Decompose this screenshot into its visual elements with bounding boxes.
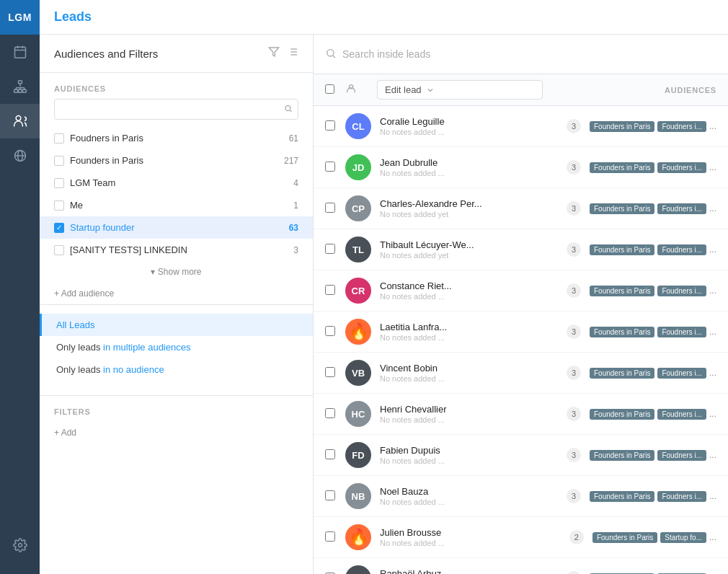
lead-checkbox[interactable] — [325, 326, 335, 336]
lead-checkbox-wrapper[interactable] — [325, 449, 337, 462]
lead-row[interactable]: CL Coralie Leguille No notes added ... 3… — [314, 106, 728, 147]
lead-row[interactable]: 🔥 Laetitia Lanfra... No notes added ... … — [314, 312, 728, 353]
search-icon — [325, 48, 337, 61]
nav-settings-icon[interactable] — [0, 528, 40, 562]
select-all-checkbox[interactable] — [325, 84, 337, 96]
edit-lead-button[interactable]: Edit lead — [377, 80, 543, 100]
app-header: Leads — [40, 0, 728, 35]
more-tags-button[interactable]: ... — [709, 121, 716, 131]
audience-item[interactable]: Me 1 — [40, 194, 313, 216]
lead-note: No notes added ... — [380, 292, 558, 301]
lead-audience-count: 3 — [567, 283, 581, 298]
lead-checkbox-wrapper[interactable] — [325, 367, 337, 379]
lead-row[interactable]: HC Henri Chevallier No notes added ... 3… — [314, 394, 728, 435]
app-logo[interactable]: LGM — [0, 0, 40, 35]
lead-checkbox-wrapper[interactable] — [325, 326, 337, 338]
avatar-initials: FD — [352, 450, 364, 461]
lead-row[interactable]: CR Constance Riet... No notes added ... … — [314, 270, 728, 312]
more-tags-button[interactable]: ... — [709, 532, 716, 542]
lead-checkbox[interactable] — [325, 449, 335, 459]
lead-checkbox-wrapper[interactable] — [325, 203, 337, 215]
lead-filter-item[interactable]: Only leads in no audience — [40, 358, 313, 381]
audience-item[interactable]: ✓ Startup founder 63 — [40, 216, 313, 239]
more-tags-button[interactable]: ... — [709, 491, 716, 501]
lead-checkbox[interactable] — [325, 162, 335, 172]
nav-calendar-icon[interactable] — [0, 35, 40, 69]
lead-filter-item[interactable]: All Leads — [40, 314, 313, 336]
lead-checkbox-wrapper[interactable] — [325, 531, 337, 544]
audience-tag: Foudners i... — [657, 121, 706, 132]
more-tags-button[interactable]: ... — [709, 244, 716, 255]
audiences-col-header: AUDIENCES — [551, 86, 717, 94]
highlight-text: in no audience — [103, 364, 164, 375]
lead-audience-count: 3 — [567, 489, 581, 503]
add-filter-link[interactable]: + Add — [54, 422, 298, 443]
avatar-emoji: 🔥 — [349, 528, 368, 547]
lead-audience-count: 3 — [567, 201, 581, 216]
more-tags-button[interactable]: ... — [709, 162, 716, 172]
nav-people-icon[interactable] — [0, 104, 40, 138]
lead-checkbox-wrapper[interactable] — [325, 490, 337, 503]
lead-checkbox[interactable] — [325, 490, 335, 500]
lead-checkbox-wrapper[interactable] — [325, 285, 337, 297]
lead-checkbox[interactable] — [325, 367, 335, 377]
audience-item[interactable]: Foudners in Paris 61 — [40, 127, 313, 149]
audience-search-input[interactable] — [54, 99, 298, 120]
leads-search-input[interactable] — [342, 48, 716, 60]
lead-checkbox-wrapper[interactable] — [325, 408, 337, 420]
lead-row[interactable]: VB Vincent Bobin No notes added ... 3 Fo… — [314, 353, 728, 394]
lead-checkbox-wrapper[interactable] — [325, 120, 337, 133]
content-area: Audiences and Filters AUDIENCES — [40, 35, 728, 574]
avatar-initials: CR — [352, 286, 365, 296]
lead-checkbox[interactable] — [325, 203, 335, 213]
audience-item[interactable]: [SANITY TESTS] LINKEDIN 3 — [40, 239, 313, 261]
lead-name: Laetitia Lanfra... — [380, 322, 558, 332]
more-tags-button[interactable]: ... — [709, 450, 716, 460]
audience-item-left: LGM Team — [54, 177, 115, 188]
lead-row[interactable]: 🔥 Julien Brousse No notes added ... 2 Fo… — [314, 517, 728, 558]
lead-row[interactable]: FD Fabien Dupuis No notes added ... 3 Fo… — [314, 435, 728, 476]
audience-tag: Founders in Paris — [592, 532, 657, 543]
lead-checkbox[interactable] — [325, 285, 335, 295]
more-tags-button[interactable]: ... — [709, 409, 716, 419]
more-tags-button[interactable]: ... — [709, 203, 716, 213]
nav-org-icon[interactable] — [0, 69, 40, 104]
more-tags-button[interactable]: ... — [709, 368, 716, 378]
lead-note: No notes added ... — [380, 498, 558, 506]
lead-avatar: TL — [345, 237, 371, 262]
show-more-button[interactable]: ▾ Show more — [40, 261, 313, 283]
lead-checkbox[interactable] — [325, 244, 335, 254]
audience-name: [SANITY TESTS] LINKEDIN — [70, 244, 187, 255]
more-tags-button[interactable]: ... — [709, 327, 716, 337]
lead-row[interactable]: JD Jean Dubrulle No notes added ... 3 Fo… — [314, 147, 728, 188]
add-audience-link[interactable]: + Add audience — [40, 283, 313, 304]
filters-section: FILTERS + Add — [40, 395, 313, 443]
audience-tag: Foudners i... — [657, 368, 706, 379]
lead-row[interactable]: TL Thibault Lécuyer-We... No notes added… — [314, 229, 728, 270]
lead-audience-count: 3 — [567, 160, 581, 175]
lead-note: No notes added ... — [380, 539, 561, 547]
audience-item-left: Me — [54, 200, 83, 211]
lead-checkbox-wrapper[interactable] — [325, 244, 337, 256]
lead-checkbox[interactable] — [325, 120, 335, 131]
filter-icon[interactable] — [268, 46, 280, 61]
columns-icon[interactable] — [287, 46, 298, 61]
lead-row[interactable]: NB Noel Bauza No notes added ... 3 Found… — [314, 476, 728, 517]
lead-checkbox-wrapper[interactable] — [325, 162, 337, 174]
lead-filter-item[interactable]: Only leads in multiple audiences — [40, 336, 313, 358]
lead-audience-count: 3 — [567, 366, 581, 380]
audience-tag: Founders in Paris — [590, 162, 654, 173]
nav-globe-icon[interactable] — [0, 138, 40, 173]
avatar-emoji: 🔥 — [349, 322, 368, 341]
lead-checkbox[interactable] — [325, 408, 335, 418]
lead-name: Thibault Lécuyer-We... — [380, 239, 558, 250]
select-all-input[interactable] — [325, 84, 334, 94]
audience-name: Startup founder — [70, 222, 135, 233]
lead-row[interactable]: CP Charles-Alexandre Per... No notes add… — [314, 188, 728, 229]
lead-checkbox[interactable] — [325, 531, 335, 542]
more-tags-button[interactable]: ... — [709, 286, 716, 296]
audience-item[interactable]: LGM Team 4 — [40, 172, 313, 194]
lead-row[interactable]: RA Raphaël Arbuz No notes added ... 3 Fo… — [314, 558, 728, 574]
audience-item[interactable]: Founders in Paris 217 — [40, 149, 313, 172]
svg-rect-4 — [18, 81, 22, 84]
